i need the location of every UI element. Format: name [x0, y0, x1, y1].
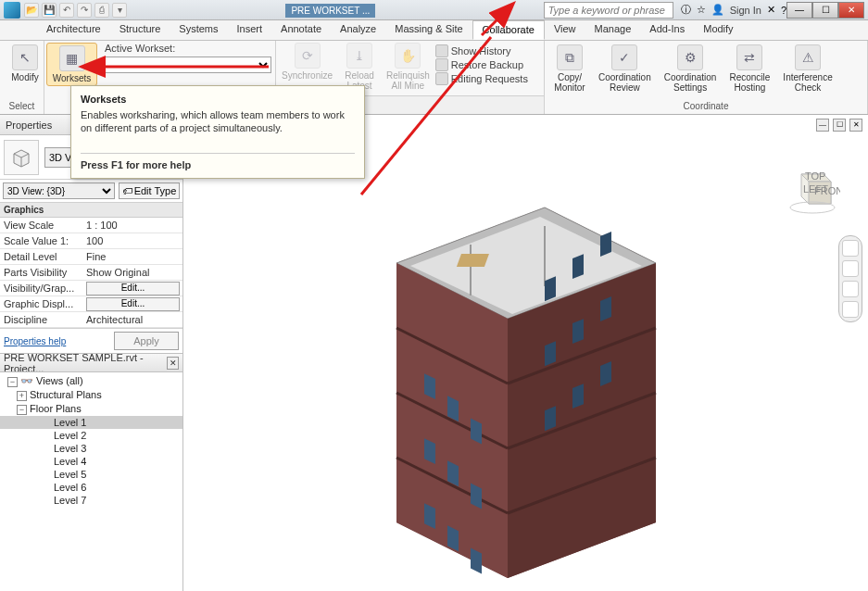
svg-text:FRONT: FRONT: [814, 185, 840, 196]
property-key: View Scale: [0, 220, 83, 231]
tree-level-item[interactable]: Level 5: [0, 468, 182, 481]
view-max-icon[interactable]: ☐: [833, 119, 846, 132]
property-row[interactable]: Graphic Displ...Edit...: [0, 296, 182, 312]
view-type-icon[interactable]: [4, 140, 39, 175]
modify-button[interactable]: ↖ Modify: [4, 43, 46, 84]
tab-annotate[interactable]: Annotate: [271, 20, 331, 40]
property-row[interactable]: Scale Value 1:100: [0, 233, 182, 249]
graphics-section[interactable]: Graphics: [0, 203, 182, 218]
property-row[interactable]: View Scale1 : 100: [0, 218, 182, 233]
property-key: Scale Value 1:: [0, 235, 83, 246]
property-value[interactable]: Fine: [83, 251, 182, 262]
project-browser-tree[interactable]: −👓 Views (all) +Structural Plans −Floor …: [0, 372, 182, 591]
tab-analyze[interactable]: Analyze: [331, 20, 385, 40]
print-icon[interactable]: ⎙: [94, 3, 109, 18]
qat-more-icon[interactable]: ▾: [112, 3, 127, 18]
undo-icon[interactable]: ↶: [59, 3, 74, 18]
edit-type-button[interactable]: 🏷Edit Type: [119, 182, 180, 199]
tab-structure[interactable]: Structure: [110, 20, 170, 40]
property-row[interactable]: DisciplineArchitectural: [0, 312, 182, 328]
exchange-icon[interactable]: ✕: [767, 4, 775, 16]
info-icon[interactable]: ⓘ: [681, 3, 691, 17]
backup-icon: [435, 58, 448, 71]
tree-level-item[interactable]: Level 3: [0, 442, 182, 455]
interference-button[interactable]: ⚠ Interference Check: [777, 43, 837, 94]
property-key: Discipline: [0, 314, 83, 325]
project-browser-header[interactable]: PRE WORKSET SAMPLE.rvt - Project... ✕: [0, 354, 182, 372]
sign-in-link[interactable]: Sign In: [730, 5, 761, 16]
instance-selector[interactable]: 3D View: {3D}: [3, 182, 115, 199]
app-logo[interactable]: [4, 2, 20, 19]
reconcile-button[interactable]: ⇄ Reconcile Hosting: [723, 43, 775, 94]
tab-manage[interactable]: Manage: [585, 20, 641, 40]
tree-level-item[interactable]: Level 2: [0, 429, 182, 442]
cursor-icon: ↖: [12, 44, 38, 70]
tab-view[interactable]: View: [545, 20, 585, 40]
svg-rect-14: [457, 254, 489, 267]
relinquish-button[interactable]: ✋ Relinquish All Mine: [381, 41, 435, 95]
minimize-button[interactable]: —: [786, 2, 812, 19]
worksets-button[interactable]: ▦ Worksets: [46, 43, 97, 86]
building-model[interactable]: [359, 152, 684, 578]
view-close-icon[interactable]: ✕: [849, 119, 862, 132]
property-value[interactable]: Show Original: [83, 267, 182, 278]
navigation-bar[interactable]: [838, 235, 862, 322]
tree-structural-plans[interactable]: +Structural Plans: [0, 388, 182, 402]
property-value[interactable]: Architectural: [83, 314, 182, 325]
steering-wheel-icon[interactable]: [842, 240, 859, 257]
collapse-icon[interactable]: −: [7, 377, 18, 387]
help-search-input[interactable]: [544, 2, 673, 19]
restore-backup-button[interactable]: Restore Backup: [435, 58, 528, 71]
tooltip-title: Worksets: [81, 94, 355, 105]
orbit-icon[interactable]: [842, 301, 859, 318]
copy-monitor-button[interactable]: ⧉ Copy/ Monitor: [548, 43, 591, 94]
expand-icon[interactable]: +: [17, 391, 27, 401]
tab-systems[interactable]: Systems: [170, 20, 227, 40]
open-icon[interactable]: 📂: [24, 3, 39, 18]
drawing-canvas[interactable]: — ☐ ✕ TOP LEFT FRONT: [183, 115, 868, 591]
property-row[interactable]: Parts VisibilityShow Original: [0, 265, 182, 281]
tab-addins[interactable]: Add-Ins: [640, 20, 694, 40]
star-icon[interactable]: ☆: [697, 4, 706, 16]
sync-icon: ⟳: [295, 43, 321, 69]
property-edit-button[interactable]: Edit...: [86, 282, 180, 296]
property-edit-button[interactable]: Edit...: [86, 297, 180, 311]
maximize-button[interactable]: ☐: [812, 2, 838, 19]
user-icon[interactable]: 👤: [711, 4, 724, 16]
coord-settings-button[interactable]: ⚙ Coordination Settings: [659, 43, 723, 94]
redo-icon[interactable]: ↷: [77, 3, 92, 18]
titlebar: 📂 💾 ↶ ↷ ⎙ ▾ PRE WORKSET ... ⓘ ☆ 👤 Sign I…: [0, 0, 868, 20]
property-value[interactable]: 1 : 100: [83, 220, 182, 231]
show-history-button[interactable]: Show History: [435, 44, 528, 57]
zoom-icon[interactable]: [842, 281, 859, 297]
select-group-label: Select: [4, 100, 40, 112]
tree-level-item[interactable]: Level 6: [0, 481, 182, 494]
tab-insert[interactable]: Insert: [228, 20, 272, 40]
tab-collaborate[interactable]: Collaborate: [472, 20, 545, 40]
property-row[interactable]: Visibility/Grap...Edit...: [0, 281, 182, 296]
apply-button[interactable]: Apply: [114, 332, 179, 350]
tab-massing[interactable]: Massing & Site: [385, 20, 472, 40]
active-workset-select[interactable]: [105, 57, 271, 73]
editing-requests-button[interactable]: Editing Requests: [435, 72, 528, 85]
collapse-icon[interactable]: −: [17, 405, 27, 415]
pan-icon[interactable]: [842, 260, 859, 277]
save-icon[interactable]: 💾: [42, 3, 57, 18]
browser-close-icon[interactable]: ✕: [167, 357, 179, 370]
tree-level-item[interactable]: Level 1: [0, 416, 182, 429]
view-cube[interactable]: TOP LEFT FRONT: [785, 161, 840, 217]
tab-modify[interactable]: Modify: [694, 20, 742, 40]
properties-grid: Graphics View Scale1 : 100Scale Value 1:…: [0, 203, 182, 329]
properties-help-link[interactable]: Properties help: [4, 336, 66, 346]
property-value[interactable]: 100: [83, 235, 182, 246]
tree-level-item[interactable]: Level 7: [0, 494, 182, 507]
property-row[interactable]: Detail LevelFine: [0, 249, 182, 265]
coord-review-button[interactable]: ✓ Coordination Review: [593, 43, 657, 94]
tree-views-all[interactable]: −👓 Views (all): [0, 374, 182, 388]
view-min-icon[interactable]: —: [816, 119, 829, 132]
close-button[interactable]: ✕: [838, 2, 864, 19]
tree-level-item[interactable]: Level 4: [0, 455, 182, 468]
tab-architecture[interactable]: Architecture: [37, 20, 110, 40]
ribbon-tabs: Architecture Structure Systems Insert An…: [0, 20, 868, 41]
tree-floor-plans[interactable]: −Floor Plans: [0, 402, 182, 416]
